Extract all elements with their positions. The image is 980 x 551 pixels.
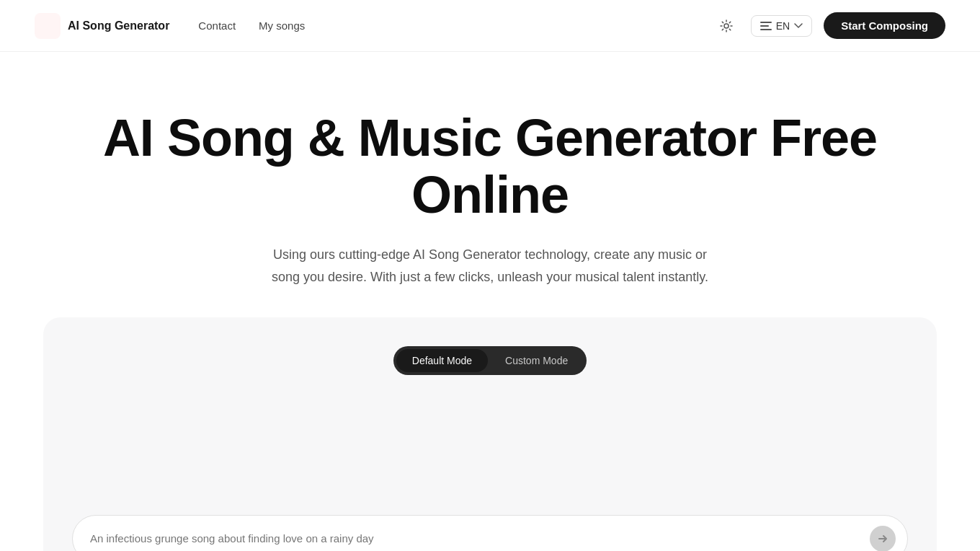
settings-button[interactable]	[713, 13, 739, 39]
language-selector[interactable]: EN	[751, 15, 812, 37]
hero-section: AI Song & Music Generator Free Online Us…	[0, 52, 980, 317]
navbar: 🎵 AI Song Generator Contact My songs EN	[0, 0, 980, 52]
song-input-wrapper	[72, 515, 908, 551]
language-bars-icon	[760, 21, 772, 31]
navbar-right: EN Start Composing	[713, 12, 945, 39]
submit-button[interactable]	[870, 526, 896, 551]
svg-rect-4	[760, 25, 769, 27]
custom-mode-button[interactable]: Custom Mode	[489, 349, 584, 372]
svg-rect-0	[35, 13, 61, 39]
nav-contact[interactable]: Contact	[198, 19, 236, 32]
brand-name: AI Song Generator	[68, 19, 169, 32]
logo-icon: 🎵	[35, 13, 61, 39]
language-label: EN	[776, 20, 790, 32]
hero-subtitle: Using ours cutting-edge AI Song Generato…	[259, 244, 721, 288]
nav-my-songs[interactable]: My songs	[259, 19, 305, 32]
svg-point-2	[724, 24, 729, 28]
arrow-right-icon	[877, 533, 888, 545]
mode-toggle: Default Mode Custom Mode	[393, 346, 587, 375]
logo-area: 🎵 AI Song Generator	[35, 13, 169, 39]
nav-links: Contact My songs	[198, 19, 305, 32]
hero-title: AI Song & Music Generator Free Online	[35, 110, 945, 224]
chevron-down-icon	[794, 23, 803, 29]
mode-toggle-container: Default Mode Custom Mode	[72, 346, 908, 375]
navbar-left: 🎵 AI Song Generator Contact My songs	[35, 13, 305, 39]
default-mode-button[interactable]: Default Mode	[396, 349, 488, 372]
song-description-input[interactable]	[90, 532, 870, 545]
input-area	[72, 515, 908, 551]
main-card: Default Mode Custom Mode Instrumental ? …	[43, 317, 937, 551]
main-card-wrapper: Default Mode Custom Mode Instrumental ? …	[0, 317, 980, 551]
settings-icon	[719, 19, 734, 33]
svg-rect-5	[760, 29, 772, 30]
svg-rect-3	[760, 22, 772, 23]
start-composing-button[interactable]: Start Composing	[824, 12, 945, 39]
